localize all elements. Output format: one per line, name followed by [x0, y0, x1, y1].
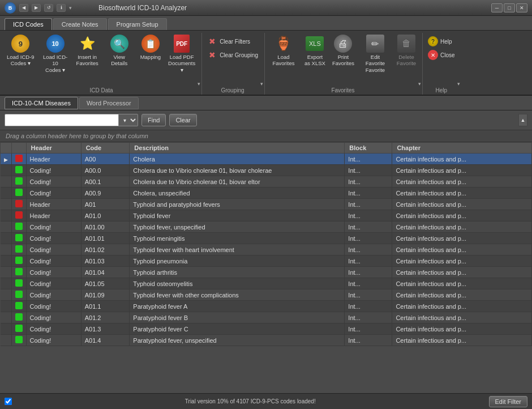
row-description-cell: Cholera	[130, 154, 345, 165]
table-row[interactable]: ▶ Header A00 Cholera Int... Certain infe…	[1, 154, 532, 165]
table-row[interactable]: Coding! A00.1 Cholera due to Vibrio chol…	[1, 176, 532, 188]
row-description-cell: Cholera due to Vibrio cholerae 01, biova…	[130, 165, 345, 176]
favorites-expand[interactable]: ▾	[418, 81, 421, 87]
qa-refresh[interactable]: ↺	[44, 4, 53, 12]
table-row[interactable]: Coding! A00.0 Cholera due to Vibrio chol…	[1, 165, 532, 176]
edit-favorite-label: Edit FavoriteFavorite	[361, 54, 389, 73]
ribbon-group-icd-data-inner: 9 Load ICD-9Codes ▾ 10 Load ICD-10Codes …	[5, 33, 198, 86]
table-row[interactable]: Header A01.0 Typhoid fever Int... Certai…	[1, 210, 532, 221]
close-icon: ✕	[428, 50, 438, 60]
row-block-cell: Int...	[345, 289, 392, 301]
qa-forward[interactable]: ▶	[32, 4, 41, 12]
row-block-cell: Int...	[345, 335, 392, 346]
color-indicator	[15, 336, 23, 343]
row-block-cell: Int...	[345, 323, 392, 335]
close-button[interactable]: ✕	[516, 3, 527, 12]
row-block-cell: Int...	[345, 278, 392, 289]
row-color-cell	[11, 255, 26, 267]
tab-program-setup[interactable]: Program Setup	[108, 18, 167, 30]
grouping-expand[interactable]: ▾	[260, 81, 263, 87]
help-button[interactable]: ? Help	[425, 35, 458, 48]
minimize-button[interactable]: ─	[491, 3, 503, 12]
load-icd10-button[interactable]: 10 Load ICD-10Codes ▾	[39, 33, 72, 75]
col-code[interactable]: Code	[81, 143, 130, 154]
row-header-cell: Coding!	[26, 165, 81, 176]
table-row[interactable]: Coding! A01.04 Typhoid arthritis Int... …	[1, 267, 532, 278]
load-favorites-button[interactable]: 🏺 Load Favorites	[267, 33, 300, 69]
color-indicator	[15, 223, 23, 230]
table-row[interactable]: Coding! A00.9 Cholera, unspecified Int..…	[1, 188, 532, 199]
ribbon-group-favorites-inner: 🏺 Load Favorites XLS Exportas XLSX 🖨 Pri…	[267, 33, 419, 86]
grouping-group-label: Grouping	[204, 86, 261, 95]
row-code-cell: A01.03	[81, 255, 130, 267]
row-color-cell	[11, 199, 26, 210]
restore-button[interactable]: □	[504, 3, 515, 12]
tab-word-processor[interactable]: Word Processor	[79, 97, 139, 109]
status-checkbox[interactable]	[5, 398, 12, 405]
table-row[interactable]: Coding! A01.3 Paratyphoid fever C Int...…	[1, 323, 532, 335]
help-expand[interactable]: ▾	[457, 81, 460, 87]
mapping-button[interactable]: 📋 Mapping	[138, 33, 163, 62]
col-description[interactable]: Description	[130, 143, 345, 154]
insert-favorites-button[interactable]: ⭐ Insert inFavorites	[74, 33, 101, 69]
row-chapter-cell: Certain infectious and p...	[392, 289, 532, 301]
row-chapter-cell: Certain infectious and p...	[392, 312, 532, 323]
col-block[interactable]: Block	[345, 143, 392, 154]
ribbon-group-help-inner: ? Help ✕ Close	[425, 33, 458, 86]
mapping-label: Mapping	[140, 54, 161, 60]
row-description-cell: Typhoid fever with other complications	[130, 289, 345, 301]
table-row[interactable]: Coding! A01.01 Typhoid meningitis Int...…	[1, 233, 532, 244]
qa-info[interactable]: ℹ	[57, 4, 66, 12]
row-code-cell: A01.01	[81, 233, 130, 244]
table-row[interactable]: Coding! A01.05 Typhoid osteomyelitis Int…	[1, 278, 532, 289]
table-row[interactable]: Coding! A01.4 Paratyphoid fever, unspeci…	[1, 335, 532, 346]
row-chapter-cell: Certain infectious and p...	[392, 255, 532, 267]
search-dropdown[interactable]: ▾	[118, 114, 138, 126]
table-row[interactable]: Header A01 Typhoid and paratyphoid fever…	[1, 199, 532, 210]
edit-favorite-icon: ✏	[366, 35, 384, 53]
tab-create-notes[interactable]: Create Notes	[53, 18, 107, 30]
load-pdf-button[interactable]: PDF Load PDFDocuments ▾	[165, 33, 198, 75]
load-icd9-button[interactable]: 9 Load ICD-9Codes ▾	[5, 33, 37, 69]
search-input[interactable]	[5, 117, 118, 123]
mapping-icon: 📋	[141, 35, 160, 53]
row-color-cell	[11, 335, 26, 346]
row-color-cell	[11, 165, 26, 176]
edit-favorite-button[interactable]: ✏ Edit FavoriteFavorite	[359, 33, 392, 75]
print-favorites-button[interactable]: 🖨 PrintFavorites	[330, 33, 357, 69]
scrollbar-top[interactable]: ▲	[518, 114, 527, 126]
table-row[interactable]: Coding! A01.03 Typhoid pneumonia Int... …	[1, 255, 532, 267]
table-row[interactable]: Coding! A01.2 Paratyphoid fever B Int...…	[1, 312, 532, 323]
table-row[interactable]: Coding! A01.09 Typhoid fever with other …	[1, 289, 532, 301]
row-block-cell: Int...	[345, 244, 392, 255]
close-help-button[interactable]: ✕ Close	[425, 49, 458, 61]
row-header-cell: Coding!	[26, 244, 81, 255]
table-row[interactable]: Coding! A01.02 Typhoid fever with heart …	[1, 244, 532, 255]
qa-dropdown[interactable]: ▾	[69, 5, 80, 11]
view-details-button[interactable]: 🔍 View Details	[103, 33, 136, 69]
color-indicator	[15, 279, 23, 287]
tab-icd10-cm[interactable]: ICD-10-CM Diseases	[5, 97, 78, 109]
find-button[interactable]: Find	[141, 114, 166, 126]
view-details-label: View Details	[105, 54, 134, 67]
table-row[interactable]: Coding! A01.1 Paratyphoid fever A Int...…	[1, 301, 532, 312]
clear-button[interactable]: Clear	[169, 114, 196, 126]
row-block-cell: Int...	[345, 199, 392, 210]
color-indicator	[15, 313, 23, 321]
icd-data-expand[interactable]: ▾	[198, 81, 200, 87]
col-header[interactable]: Header	[26, 143, 81, 154]
export-xlsx-button[interactable]: XLS Exportas XLSX	[302, 33, 328, 69]
bottom-bar: Trial version 10% of 4107 ICD-9-PCS code…	[0, 393, 532, 409]
qa-back[interactable]: ◀	[19, 4, 28, 12]
col-chapter[interactable]: Chapter	[392, 143, 532, 154]
row-header-cell: Coding!	[26, 255, 81, 267]
table-row[interactable]: Coding! A01.00 Typhoid fever, unspecifie…	[1, 221, 532, 233]
row-chapter-cell: Certain infectious and p...	[392, 278, 532, 289]
scroll-wrapper[interactable]: Header Code Description Block Chapter ▶ …	[0, 142, 532, 393]
clear-grouping-button[interactable]: ✖ Clear Grouping	[204, 49, 261, 61]
tab-icd-codes[interactable]: ICD Codes	[5, 18, 52, 30]
delete-favorite-button[interactable]: 🗑 DeleteFavorite	[394, 33, 419, 69]
row-description-cell: Paratyphoid fever, unspecified	[130, 335, 345, 346]
edit-filter-button[interactable]: Edit Filter	[489, 396, 527, 407]
clear-filters-button[interactable]: ✖ Clear Filters	[204, 35, 261, 48]
